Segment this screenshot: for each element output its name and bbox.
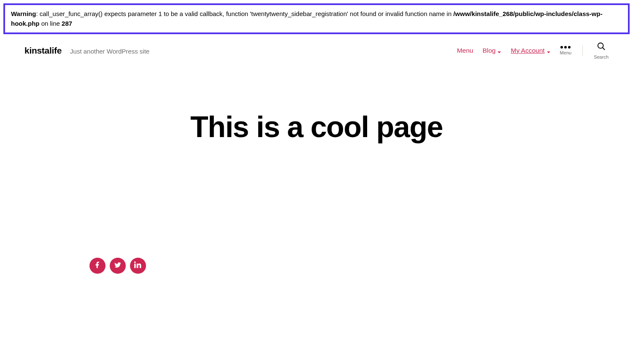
header-left: kinstalife Just another WordPress site (24, 46, 149, 56)
divider (582, 46, 583, 56)
search-icon (597, 42, 606, 53)
main-content: This is a cool page (0, 64, 633, 258)
nav-blog[interactable]: Blog (482, 47, 501, 54)
site-tagline: Just another WordPress site (70, 48, 149, 55)
warning-prefix: Warning (11, 10, 36, 17)
site-title[interactable]: kinstalife (24, 46, 62, 56)
nav-account[interactable]: My Account (511, 47, 550, 54)
linkedin-button[interactable] (130, 258, 146, 274)
nav-account-label: My Account (511, 47, 544, 54)
twitter-icon (114, 261, 122, 270)
nav-menu-label: Menu (457, 47, 473, 54)
linkedin-icon (134, 261, 142, 270)
warning-text2: on line (40, 20, 62, 27)
search-toggle-button[interactable]: Search (594, 42, 609, 59)
warning-text: : call_user_func_array() expects paramet… (36, 10, 453, 17)
search-toggle-label: Search (594, 54, 609, 59)
facebook-icon (94, 261, 101, 270)
facebook-button[interactable] (89, 258, 106, 274)
site-footer: © 2020 kinstalife Powered by WordPress T… (0, 358, 633, 364)
twitter-button[interactable] (110, 258, 126, 274)
svg-line-1 (602, 48, 605, 50)
php-warning-banner: Warning: call_user_func_array() expects … (3, 3, 630, 34)
menu-toggle-button[interactable]: Menu (560, 46, 572, 55)
menu-toggle-label: Menu (560, 50, 572, 55)
chevron-down-icon (546, 49, 551, 53)
warning-line: 287 (62, 20, 72, 27)
svg-point-0 (598, 43, 603, 49)
dots-icon (560, 46, 571, 49)
nav-menu[interactable]: Menu (457, 47, 473, 54)
page-title: This is a cool page (8, 110, 625, 144)
header-right: Menu Blog My Account Menu (457, 42, 609, 59)
chevron-down-icon (497, 49, 501, 53)
site-header: kinstalife Just another WordPress site M… (0, 38, 633, 64)
social-links (0, 258, 633, 274)
nav-blog-label: Blog (482, 47, 495, 54)
primary-nav: Menu Blog My Account (457, 47, 551, 54)
